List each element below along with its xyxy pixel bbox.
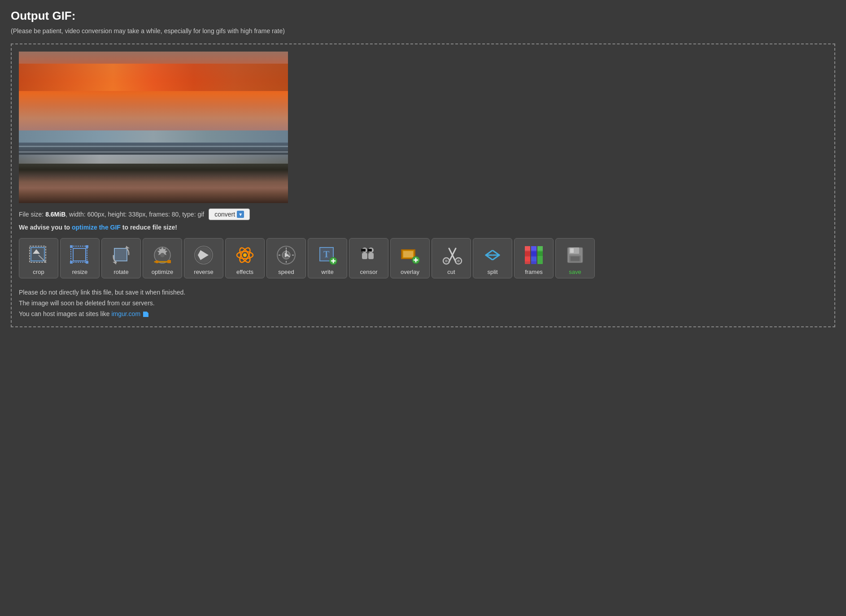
convert-download-icon: ▼: [237, 211, 244, 218]
svg-rect-76: [537, 257, 543, 261]
optimize-link[interactable]: optimize the GIF: [72, 224, 121, 231]
svg-rect-68: [525, 257, 530, 261]
svg-rect-70: [531, 246, 536, 251]
frames-label: frames: [525, 269, 543, 275]
overlay-tool[interactable]: overlay: [390, 238, 430, 278]
svg-rect-81: [571, 256, 580, 261]
page-title: Output GIF:: [11, 9, 835, 23]
cut-icon: [440, 243, 463, 267]
file-info-row: File size: 8.6MiB, width: 600px, height:…: [19, 208, 827, 220]
tools-row: crop resize: [19, 238, 827, 278]
crop-icon: [27, 243, 50, 267]
svg-rect-50: [367, 249, 372, 252]
svg-point-29: [243, 253, 247, 257]
resize-tool[interactable]: resize: [60, 238, 100, 278]
split-icon: [481, 243, 504, 267]
content-box: File size: 8.6MiB, width: 600px, height:…: [11, 43, 835, 327]
svg-marker-15: [126, 246, 130, 248]
gif-preview: [19, 52, 288, 203]
svg-rect-12: [70, 261, 73, 264]
write-tool[interactable]: T write: [308, 238, 347, 278]
svg-rect-20: [156, 260, 158, 263]
save-icon: [563, 243, 587, 267]
split-tool[interactable]: split: [473, 238, 512, 278]
convert-label: convert: [214, 211, 235, 218]
svg-rect-13: [86, 261, 88, 264]
speed-icon: [275, 243, 298, 267]
resize-icon: [68, 243, 92, 267]
svg-rect-5: [73, 248, 86, 261]
optimize-notice: We advise you to optimize the GIF to red…: [19, 224, 827, 231]
reverse-tool[interactable]: reverse: [184, 238, 223, 278]
speed-tool[interactable]: speed: [266, 238, 306, 278]
effects-tool[interactable]: effects: [225, 238, 265, 278]
cut-label: cut: [447, 269, 455, 275]
svg-rect-75: [537, 252, 543, 256]
footer-line1: Please do not directly link this file, b…: [19, 287, 827, 298]
effects-icon: [233, 243, 257, 267]
svg-point-61: [445, 260, 448, 262]
overlay-label: overlay: [401, 269, 419, 275]
external-link-icon: [143, 312, 148, 317]
save-tool[interactable]: save: [555, 238, 595, 278]
rotate-tool[interactable]: rotate: [101, 238, 141, 278]
svg-point-18: [160, 253, 165, 257]
footer-line2: The image will soon be deleted from our …: [19, 298, 827, 309]
convert-button[interactable]: convert ▼: [209, 208, 250, 220]
footer-text: Please do not directly link this file, b…: [19, 287, 827, 319]
optimize-tool[interactable]: optimize: [143, 238, 182, 278]
reverse-label: reverse: [194, 269, 213, 275]
optimize-label: optimize: [152, 269, 173, 275]
imgur-link[interactable]: imgur.com: [112, 310, 141, 317]
split-label: split: [487, 269, 497, 275]
svg-marker-16: [113, 262, 116, 265]
file-size: 8.6MiB: [45, 211, 65, 218]
svg-rect-10: [70, 245, 73, 248]
file-details: File size: 8.6MiB, width: 600px, height:…: [19, 211, 204, 218]
write-icon: T: [316, 243, 339, 267]
save-label: save: [569, 269, 581, 275]
overlay-icon: [398, 243, 422, 267]
write-label: write: [321, 269, 333, 275]
svg-rect-71: [531, 252, 536, 256]
svg-rect-72: [531, 257, 536, 261]
svg-rect-21: [167, 260, 171, 263]
svg-rect-67: [525, 252, 530, 256]
reverse-icon: [192, 243, 215, 267]
svg-rect-74: [537, 246, 543, 251]
frames-tool[interactable]: frames: [514, 238, 554, 278]
frames-icon: [522, 243, 545, 267]
rotate-icon: [109, 243, 133, 267]
optimize-post: to reduce file size!: [121, 224, 177, 231]
svg-rect-79: [570, 248, 574, 253]
svg-rect-11: [86, 245, 88, 248]
svg-rect-49: [361, 249, 366, 252]
svg-rect-66: [525, 246, 530, 251]
svg-point-62: [457, 260, 460, 262]
svg-rect-46: [362, 253, 367, 259]
speed-label: speed: [278, 269, 294, 275]
crop-tool[interactable]: crop: [19, 238, 58, 278]
cut-tool[interactable]: cut: [432, 238, 471, 278]
censor-label: censor: [360, 269, 377, 275]
resize-label: resize: [72, 269, 88, 275]
svg-rect-48: [368, 253, 374, 259]
svg-rect-53: [403, 251, 413, 257]
svg-rect-14: [114, 248, 127, 261]
rotate-label: rotate: [113, 269, 128, 275]
effects-label: effects: [236, 269, 253, 275]
footer-line3: You can host images at sites like imgur.…: [19, 309, 827, 320]
censor-icon: [357, 243, 380, 267]
optimize-icon: [151, 243, 174, 267]
crop-label: crop: [33, 269, 44, 275]
svg-text:T: T: [323, 249, 330, 259]
optimize-pre: We advise you to: [19, 224, 72, 231]
footer-line3-pre: You can host images at sites like: [19, 310, 112, 317]
censor-tool[interactable]: censor: [349, 238, 388, 278]
page-subtitle: (Please be patient, video conversion may…: [11, 27, 835, 35]
